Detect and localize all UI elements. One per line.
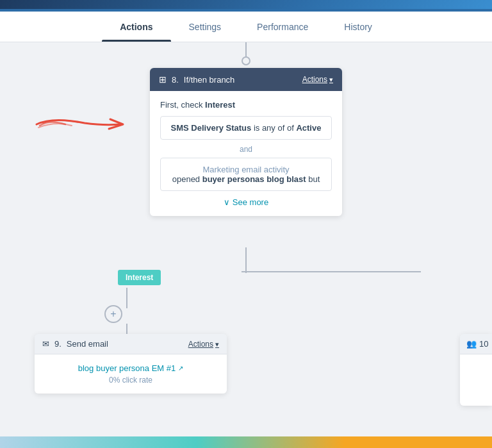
connector-interest-plus [126,288,127,308]
right-partial-card-header: 👥 10 [460,334,492,354]
interest-badge: Interest [118,270,161,285]
click-rate: 0% click rate [45,376,217,385]
branch-number: 8. [172,75,179,85]
tab-history[interactable]: History [326,13,390,41]
branch-card: ⊞ 8. If/then branch Actions First, check… [150,68,342,216]
condition2-subtext: opened buyer personas blog blast but [170,174,322,184]
right-partial-card: 👥 10 [460,334,492,406]
add-step-button[interactable]: + [104,305,122,323]
send-email-title: Send email [67,339,108,349]
connector-circle-top [242,56,250,65]
branch-actions-button[interactable]: Actions [302,75,333,84]
branch-icon: ⊞ [159,74,167,85]
tab-performance[interactable]: Performance [239,13,326,41]
send-email-actions-chevron [215,340,219,349]
external-link-icon: ↗ [178,365,183,372]
and-divider: and [160,145,332,154]
branch-card-header-left: ⊞ 8. If/then branch [159,74,234,85]
send-email-card: ✉ 9. Send email Actions blog buyer perso… [35,334,227,394]
right-card-icon: 👥 [466,339,477,349]
send-email-body: blog buyer persona EM #1 ↗ 0% click rate [35,354,227,394]
send-email-actions-button[interactable]: Actions [188,340,219,349]
branch-card-body: First, check Interest SMS Delivery Statu… [150,91,342,216]
send-email-number: 9. [54,339,62,349]
workflow-canvas: ⊞ 8. If/then branch Actions First, check… [0,42,492,448]
bottom-gradient-bar [0,436,492,448]
branch-card-header: ⊞ 8. If/then branch Actions [150,68,342,91]
check-text: First, check Interest [160,100,332,110]
horizontal-connector [242,271,421,272]
connector-mid [245,247,247,273]
branch-actions-chevron [329,75,333,84]
tab-actions[interactable]: Actions [102,13,170,41]
email-icon: ✉ [42,339,49,349]
tab-settings[interactable]: Settings [171,13,240,41]
navigation-tabs: Actions Settings Performance History [0,12,492,42]
condition-box-2: Marketing email activity opened buyer pe… [160,158,332,191]
right-card-number: 10 [479,339,488,349]
red-arrow-annotation [33,112,129,137]
see-more-button[interactable]: ∨ See more [160,197,332,207]
condition-box-1: SMS Delivery Status is any of of Active [160,116,332,140]
right-partial-card-body [460,354,492,406]
top-header-bar [0,0,492,12]
email-link[interactable]: blog buyer persona EM #1 ↗ [45,363,217,373]
see-more-chevron: ∨ [224,197,230,207]
branch-title: If/then branch [184,75,235,85]
send-email-header: ✉ 9. Send email Actions [35,334,227,354]
send-email-header-left: ✉ 9. Send email [42,339,108,349]
